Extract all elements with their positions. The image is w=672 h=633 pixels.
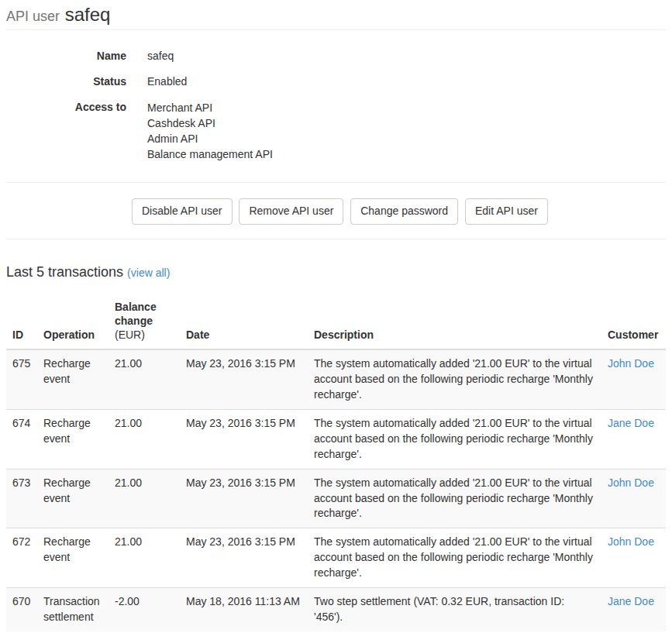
divider-above-actions: [6, 182, 666, 183]
column-header-description: Description: [308, 294, 601, 349]
view-all-link[interactable]: (view all): [127, 267, 170, 279]
column-header-balance-change: Balance change (EUR): [109, 294, 180, 349]
cell-balance-change: 21.00: [109, 528, 180, 588]
customer-link[interactable]: John Doe: [608, 535, 654, 548]
customer-link[interactable]: John Doe: [608, 357, 654, 370]
status-value: Enabled: [147, 74, 187, 90]
cell-customer: John Doe: [601, 528, 666, 588]
cell-id: 675: [6, 349, 37, 409]
customer-link[interactable]: Jane Doe: [608, 595, 654, 607]
transactions-heading: Last 5 transactions (view all): [6, 263, 666, 283]
cell-customer: Jane Doe: [601, 588, 666, 631]
column-header-id: ID: [6, 294, 37, 349]
detail-row-name: Name safeq: [6, 49, 666, 64]
customer-link[interactable]: John Doe: [608, 476, 654, 489]
table-row: 675 Recharge event 21.00 May 23, 2016 3:…: [6, 349, 666, 409]
cell-customer: John Doe: [601, 469, 666, 528]
cell-date: May 18, 2016 11:13 AM: [180, 588, 308, 631]
cell-description: The system automatically added '21.00 EU…: [308, 349, 601, 409]
status-label: Status: [6, 74, 126, 90]
divider-below-actions: [6, 239, 666, 239]
table-row: 670 Transaction settlement -2.00 May 18,…: [6, 588, 666, 631]
api-user-details: Name safeq Status Enabled Access to Merc…: [6, 49, 666, 162]
cell-balance-change: 21.00: [109, 469, 180, 528]
cell-customer: Jane Doe: [601, 409, 666, 469]
cell-operation: Recharge event: [37, 469, 109, 528]
detail-row-status: Status Enabled: [6, 74, 666, 90]
remove-api-user-button[interactable]: Remove API user: [239, 198, 343, 225]
access-item-cashdesk-api: Cashdesk API: [147, 115, 273, 131]
cell-id: 670: [6, 588, 37, 631]
page-title: API user safeq: [6, 5, 666, 25]
access-item-merchant-api: Merchant API: [147, 100, 273, 115]
cell-date: May 23, 2016 3:15 PM: [180, 469, 308, 528]
name-value: safeq: [147, 49, 174, 64]
cell-operation: Recharge event: [37, 409, 109, 469]
cell-operation: Recharge event: [37, 528, 109, 588]
transactions-table: ID Operation Balance change (EUR) Date D…: [6, 294, 666, 631]
cell-id: 672: [6, 528, 37, 588]
cell-date: May 23, 2016 3:15 PM: [180, 409, 308, 469]
customer-link[interactable]: Jane Doe: [608, 417, 654, 429]
transactions-heading-text: Last 5 transactions: [6, 264, 123, 280]
cell-id: 673: [6, 469, 37, 528]
balance-change-main: Balance change: [115, 301, 157, 327]
cell-description: Two step settlement (VAT: 0.32 EUR, tran…: [308, 588, 601, 631]
page-header: API user safeq: [6, 0, 666, 30]
cell-customer: John Doe: [601, 349, 666, 409]
table-row: 673 Recharge event 21.00 May 23, 2016 3:…: [6, 469, 666, 528]
disable-api-user-button[interactable]: Disable API user: [132, 198, 233, 225]
access-item-admin-api: Admin API: [147, 131, 273, 146]
column-header-operation: Operation: [37, 294, 109, 349]
cell-date: May 23, 2016 3:15 PM: [180, 528, 308, 588]
table-row: 674 Recharge event 21.00 May 23, 2016 3:…: [6, 409, 666, 469]
page-container: API user safeq Name safeq Status Enabled…: [6, 0, 666, 631]
column-header-date: Date: [180, 294, 308, 349]
cell-operation: Transaction settlement: [37, 588, 109, 631]
cell-id: 674: [6, 409, 37, 469]
cell-operation: Recharge event: [37, 349, 109, 409]
table-row: 672 Recharge event 21.00 May 23, 2016 3:…: [6, 528, 666, 588]
cell-description: The system automatically added '21.00 EU…: [308, 409, 601, 469]
cell-balance-change: 21.00: [109, 349, 180, 409]
access-to-label: Access to: [6, 100, 126, 162]
cell-description: The system automatically added '21.00 EU…: [308, 469, 601, 528]
detail-row-access: Access to Merchant API Cashdesk API Admi…: [6, 100, 666, 162]
balance-change-unit: (EUR): [115, 329, 145, 341]
column-header-customer: Customer: [601, 294, 666, 349]
name-label: Name: [6, 49, 126, 64]
cell-balance-change: 21.00: [109, 409, 180, 469]
api-user-name: safeq: [65, 4, 111, 25]
cell-balance-change: -2.00: [109, 588, 180, 631]
access-item-balance-management-api: Balance management API: [147, 146, 273, 162]
action-buttons: Disable API user Remove API user Change …: [132, 198, 666, 225]
cell-date: May 23, 2016 3:15 PM: [180, 349, 308, 409]
edit-api-user-button[interactable]: Edit API user: [465, 198, 548, 225]
change-password-button[interactable]: Change password: [350, 198, 458, 225]
access-list: Merchant API Cashdesk API Admin API Bala…: [147, 100, 273, 162]
table-header-row: ID Operation Balance change (EUR) Date D…: [6, 294, 666, 349]
cell-description: The system automatically added '21.00 EU…: [308, 528, 601, 588]
page-title-prefix: API user: [6, 9, 60, 24]
